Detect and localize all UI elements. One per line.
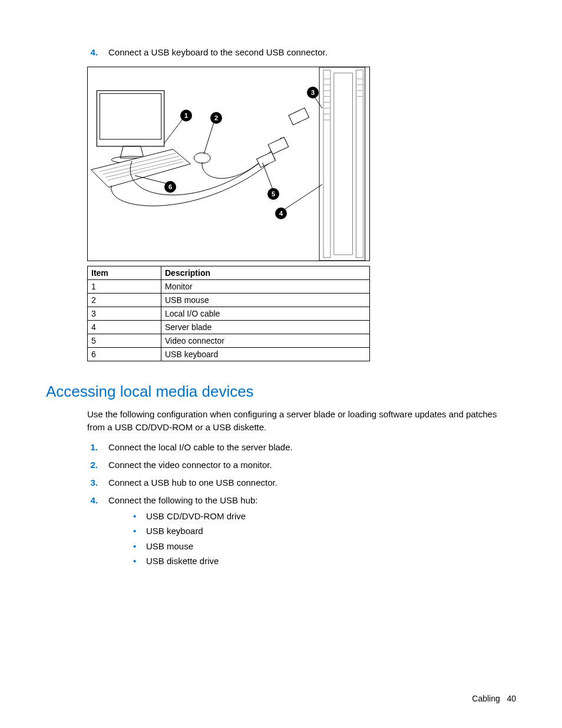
callout-5: 5 xyxy=(267,188,279,200)
svg-rect-0 xyxy=(97,90,164,146)
cell-item: 1 xyxy=(88,279,161,293)
step-text: Connect a USB hub to one USB connector. xyxy=(108,477,277,487)
step-number: 4. xyxy=(87,493,108,569)
callout-1: 1 xyxy=(180,110,192,121)
step-number: 1. xyxy=(87,440,108,454)
cell-item: 4 xyxy=(88,320,161,334)
sub-item: USB diskette drive xyxy=(133,554,258,569)
step-text: Connect the video connector to a monitor… xyxy=(108,460,272,470)
table-row: 1Monitor xyxy=(88,279,370,293)
table-row: 3Local I/O cable xyxy=(88,307,370,320)
callout-6: 6 xyxy=(164,181,176,193)
cell-item: 2 xyxy=(88,293,161,307)
step-item: 1.Connect the local I/O cable to the ser… xyxy=(87,440,516,454)
cell-item: 5 xyxy=(88,334,161,347)
table-row: 5Video connector xyxy=(88,334,370,347)
step-body: Connect the local I/O cable to the serve… xyxy=(108,440,293,454)
cell-desc: Monitor xyxy=(161,279,370,293)
page-footer: Cabling 40 xyxy=(472,694,516,703)
step-body: Connect a USB hub to one USB connector. xyxy=(108,476,277,490)
table-row: 6USB keyboard xyxy=(88,347,370,361)
section-heading: Accessing local media devices xyxy=(46,383,516,401)
svg-line-30 xyxy=(282,184,322,210)
step-body: Connect the video connector to a monitor… xyxy=(108,458,272,472)
step-number: 4. xyxy=(87,46,108,60)
table-row: 2USB mouse xyxy=(88,293,370,307)
step-item: 3.Connect a USB hub to one USB connector… xyxy=(87,476,516,490)
svg-line-32 xyxy=(135,175,170,184)
table-row: 4Server blade xyxy=(88,320,370,334)
svg-rect-1 xyxy=(100,93,161,139)
step-item: 2.Connect the video connector to a monit… xyxy=(87,458,516,472)
step-item: 4.Connect the following to the USB hub:U… xyxy=(87,493,516,569)
svg-rect-8 xyxy=(268,137,289,154)
table-header-desc: Description xyxy=(161,266,370,279)
svg-line-31 xyxy=(263,163,273,190)
sub-item: USB CD/DVD-ROM drive xyxy=(133,509,258,524)
table-header-item: Item xyxy=(88,266,161,279)
cell-desc: Local I/O cable xyxy=(161,307,370,320)
step-number: 2. xyxy=(87,458,108,472)
callout-2: 2 xyxy=(210,112,222,124)
svg-rect-11 xyxy=(319,67,365,261)
sub-item: USB mouse xyxy=(133,539,258,554)
cell-item: 6 xyxy=(88,347,161,361)
footer-section: Cabling xyxy=(472,694,500,703)
cell-desc: Video connector xyxy=(161,334,370,347)
step-4-top: 4. Connect a USB keyboard to the second … xyxy=(87,46,516,60)
callout-3: 3 xyxy=(307,87,319,98)
cell-desc: USB mouse xyxy=(161,293,370,307)
svg-rect-10 xyxy=(257,151,276,167)
callout-4: 4 xyxy=(275,207,287,219)
step-body: Connect the following to the USB hub:USB… xyxy=(108,493,258,569)
intro-paragraph: Use the following configuration when con… xyxy=(87,408,516,434)
svg-point-7 xyxy=(194,153,210,163)
diagram-figure: 1 2 3 4 5 6 xyxy=(87,67,370,261)
footer-page: 40 xyxy=(507,694,516,703)
step-text: Connect the following to the USB hub: xyxy=(108,495,258,505)
step-text: Connect the local I/O cable to the serve… xyxy=(108,442,293,452)
steps-list: 1.Connect the local I/O cable to the ser… xyxy=(87,440,516,569)
sub-item: USB keyboard xyxy=(133,523,258,539)
item-description-table: Item Description 1Monitor2USB mouse3Loca… xyxy=(87,266,370,361)
step-number: 3. xyxy=(87,476,108,490)
svg-rect-9 xyxy=(289,108,309,125)
cell-item: 3 xyxy=(88,307,161,320)
cell-desc: USB keyboard xyxy=(161,347,370,361)
sub-list: USB CD/DVD-ROM driveUSB keyboardUSB mous… xyxy=(108,509,258,569)
step-text: Connect a USB keyboard to the second USB… xyxy=(108,46,328,60)
cell-desc: Server blade xyxy=(161,320,370,334)
